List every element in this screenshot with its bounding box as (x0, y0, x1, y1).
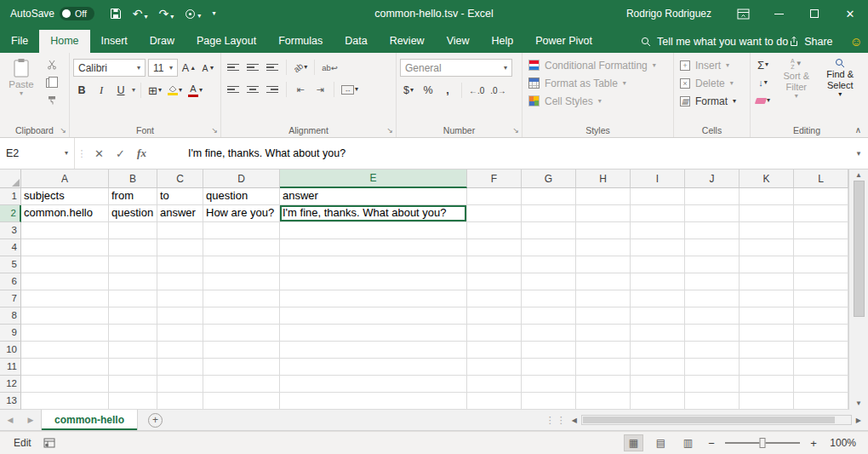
cell-K12[interactable] (740, 376, 794, 393)
cell-L3[interactable] (794, 222, 848, 239)
vertical-scrollbar[interactable]: ▲ ▼ (848, 170, 868, 410)
cell-H6[interactable] (576, 273, 631, 290)
cell-B3[interactable] (109, 222, 157, 239)
cell-G3[interactable] (522, 222, 576, 239)
cell-B11[interactable] (109, 359, 157, 376)
name-box[interactable]: E2▾ (0, 138, 75, 169)
ribbon-tab-page-layout[interactable]: Page Layout (186, 30, 267, 53)
cell-A10[interactable] (21, 342, 109, 359)
select-all-button[interactable] (0, 170, 21, 188)
cell-H11[interactable] (576, 359, 631, 376)
sheet-tab-common-hello[interactable]: common-hello (41, 410, 138, 430)
maximize-button[interactable] (797, 0, 832, 27)
sheet-nav-prev-button[interactable]: ◀ (0, 410, 20, 430)
cell-I7[interactable] (631, 290, 685, 307)
cell-D3[interactable] (203, 222, 280, 239)
cell-C4[interactable] (157, 239, 203, 256)
cell-E7[interactable] (280, 290, 467, 307)
cell-J1[interactable] (685, 188, 740, 205)
cell-J13[interactable] (685, 393, 740, 410)
formula-input[interactable]: I'm fine, thanks. What about you? (152, 138, 849, 169)
row-header-4[interactable]: 4 (0, 239, 21, 256)
cell-A7[interactable] (21, 290, 109, 307)
cell-A6[interactable] (21, 273, 109, 290)
row-header-3[interactable]: 3 (0, 222, 21, 239)
ribbon-tab-help[interactable]: Help (481, 30, 525, 53)
cell-E1[interactable]: answer (280, 188, 467, 205)
ribbon-tab-draw[interactable]: Draw (139, 30, 186, 53)
insert-function-button[interactable]: fx (131, 138, 152, 169)
cell-G5[interactable] (522, 256, 576, 273)
tell-me-box[interactable]: Tell me what you want to do (641, 30, 788, 53)
row-header-13[interactable]: 13 (0, 393, 21, 410)
underline-button[interactable]: U (112, 82, 129, 99)
user-name[interactable]: Rodrigo Rodriguez (626, 8, 711, 20)
cell-J10[interactable] (685, 342, 740, 359)
cell-C5[interactable] (157, 256, 203, 273)
cell-K4[interactable] (740, 239, 794, 256)
hscroll-right-icon[interactable]: ▶ (856, 417, 861, 424)
ribbon-tab-view[interactable]: View (436, 30, 481, 53)
autosum-button[interactable]: Σ▾ (754, 56, 772, 73)
cell-H12[interactable] (576, 376, 631, 393)
cell-I10[interactable] (631, 342, 685, 359)
cell-H2[interactable] (576, 205, 631, 222)
cell-D9[interactable] (203, 325, 280, 342)
cell-L12[interactable] (794, 376, 848, 393)
cell-E3[interactable] (280, 222, 467, 239)
increase-decimal-button[interactable]: ←.0 (467, 82, 486, 99)
cell-C11[interactable] (157, 359, 203, 376)
column-header-C[interactable]: C (157, 170, 203, 188)
cell-H1[interactable] (576, 188, 631, 205)
cell-A8[interactable] (21, 307, 109, 325)
expand-formula-bar-button[interactable]: ▾ (849, 138, 868, 169)
cancel-entry-button[interactable]: ✕ (89, 138, 110, 169)
formula-bar-splitter[interactable]: ⋮ (75, 138, 89, 169)
column-header-J[interactable]: J (685, 170, 740, 188)
row-header-12[interactable]: 12 (0, 376, 21, 393)
cell-F3[interactable] (467, 222, 522, 239)
number-format-combo[interactable]: General▾ (400, 59, 512, 77)
font-color-button[interactable]: A▾ (186, 82, 204, 99)
cell-L1[interactable] (794, 188, 848, 205)
bold-button[interactable]: B (73, 82, 90, 99)
cell-H3[interactable] (576, 222, 631, 239)
cell-E2[interactable]: I'm fine, thanks. What about you? (280, 205, 467, 222)
insert-cells-button[interactable]: +Insert▾ (677, 56, 746, 74)
cell-L2[interactable] (794, 205, 848, 222)
confirm-entry-button[interactable]: ✓ (110, 138, 131, 169)
macro-record-button[interactable] (43, 438, 55, 448)
cell-F5[interactable] (467, 256, 522, 273)
row-header-10[interactable]: 10 (0, 342, 21, 359)
cell-F8[interactable] (467, 307, 522, 325)
cell-E8[interactable] (280, 307, 467, 325)
cell-F7[interactable] (467, 290, 522, 307)
cell-J6[interactable] (685, 273, 740, 290)
column-header-A[interactable]: A (21, 170, 109, 188)
ribbon-tab-insert[interactable]: Insert (90, 30, 139, 53)
cell-B10[interactable] (109, 342, 157, 359)
cell-K9[interactable] (740, 325, 794, 342)
bottom-align-button[interactable] (264, 59, 281, 76)
cell-F4[interactable] (467, 239, 522, 256)
merge-center-button[interactable]: ↔▾ (340, 81, 360, 98)
format-painter-button[interactable] (43, 92, 60, 109)
cell-I4[interactable] (631, 239, 685, 256)
cell-G2[interactable] (522, 205, 576, 222)
zoom-slider[interactable] (725, 442, 800, 444)
cell-G13[interactable] (522, 393, 576, 410)
column-header-I[interactable]: I (631, 170, 685, 188)
cell-D1[interactable]: question (203, 188, 280, 205)
zoom-level[interactable]: 100% (827, 437, 856, 449)
align-center-button[interactable] (244, 81, 261, 98)
redo-button[interactable]: ↷▾ (159, 7, 174, 20)
cell-K5[interactable] (740, 256, 794, 273)
ribbon-tab-power-pivot[interactable]: Power Pivot (524, 30, 603, 53)
cell-L7[interactable] (794, 290, 848, 307)
clear-button[interactable]: ▾ (754, 92, 772, 109)
cell-B5[interactable] (109, 256, 157, 273)
cell-A1[interactable]: subjects (21, 188, 109, 205)
cell-F12[interactable] (467, 376, 522, 393)
cell-E4[interactable] (280, 239, 467, 256)
cell-E12[interactable] (280, 376, 467, 393)
